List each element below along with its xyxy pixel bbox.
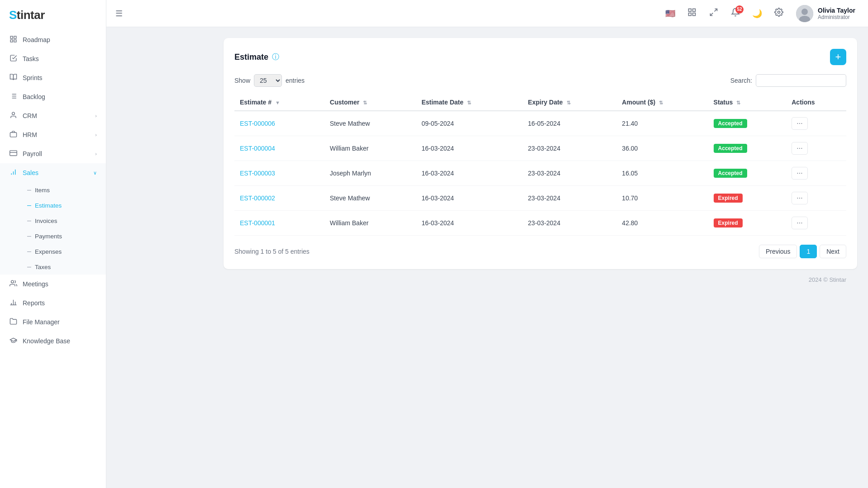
sort-expiry-date-icon[interactable]: ⇅ <box>567 100 571 105</box>
sidebar-item-label-meetings: Meetings <box>23 280 97 288</box>
cell-estimate-num-4: EST-000001 <box>234 211 324 236</box>
payments-dash-icon: – <box>27 232 31 240</box>
sort-estimate-date-icon[interactable]: ⇅ <box>467 100 471 105</box>
notifications-button[interactable]: 52 <box>727 5 744 22</box>
sort-estimate-num-icon[interactable]: ▼ <box>275 100 280 105</box>
knowledge-base-icon <box>9 336 17 346</box>
status-badge-0: Accepted <box>714 119 747 128</box>
crm-icon <box>9 111 17 120</box>
sidebar-item-label-crm: CRM <box>23 112 90 119</box>
sidebar-item-payments[interactable]: – Payments <box>22 228 106 244</box>
action-button-4[interactable]: ··· <box>792 217 807 229</box>
estimates-dash-icon: – <box>27 201 31 209</box>
payroll-icon <box>9 149 17 158</box>
reports-icon <box>9 298 17 308</box>
add-estimate-button[interactable]: + <box>830 49 846 65</box>
cell-status-0: Accepted <box>708 111 787 136</box>
crop-icon <box>709 8 718 19</box>
user-name: Olivia Taylor <box>818 7 855 14</box>
estimate-link-3[interactable]: EST-000002 <box>240 194 275 202</box>
sidebar-item-expenses[interactable]: – Expenses <box>22 244 106 259</box>
flag-button[interactable]: 🇺🇸 <box>662 5 678 22</box>
svg-rect-11 <box>10 133 16 137</box>
meetings-icon <box>9 280 17 289</box>
sidebar-item-estimates[interactable]: – Estimates <box>22 198 106 213</box>
sales-icon <box>9 168 17 177</box>
sidebar-item-knowledge-base[interactable]: Knowledge Base <box>0 332 106 351</box>
sidebar-item-taxes[interactable]: – Taxes <box>22 259 106 275</box>
svg-rect-3 <box>14 40 16 42</box>
sidebar-item-hrm[interactable]: HRM › <box>0 125 106 144</box>
sidebar-item-roadmap[interactable]: Roadmap <box>0 30 106 49</box>
sidebar-item-file-manager[interactable]: File Manager <box>0 313 106 332</box>
user-profile-button[interactable]: Olivia Taylor Administrator <box>792 3 859 24</box>
topbar: ☰ 🇺🇸 52 🌙 Olivia Taylor Administrator <box>106 0 868 27</box>
sidebar-item-tasks[interactable]: Tasks <box>0 49 106 68</box>
showing-text: Showing 1 to 5 of 5 entries <box>234 248 310 255</box>
sidebar-item-label-backlog: Backlog <box>23 93 97 100</box>
table-row: EST-000002 Steve Mathew 16-03-2024 23-03… <box>234 186 846 211</box>
sort-amount-icon[interactable]: ⇅ <box>659 100 663 105</box>
cell-actions-4: ··· <box>786 211 846 236</box>
cell-expiry-date-0: 16-05-2024 <box>523 111 617 136</box>
menu-toggle-button[interactable]: ☰ <box>115 9 123 19</box>
page-1-button[interactable]: 1 <box>800 245 817 258</box>
entries-select[interactable]: 10 25 50 100 <box>254 74 282 87</box>
cell-estimate-num-1: EST-000004 <box>234 136 324 161</box>
table-row: EST-000004 William Baker 16-03-2024 23-0… <box>234 136 846 161</box>
cell-amount-4: 42.80 <box>616 211 708 236</box>
sidebar-item-label-estimates: Estimates <box>35 202 62 209</box>
cell-customer-0: Steve Mathew <box>324 111 416 136</box>
estimate-link-0[interactable]: EST-000006 <box>240 120 275 127</box>
sidebar-item-meetings[interactable]: Meetings <box>0 275 106 294</box>
svg-point-10 <box>12 112 14 115</box>
sort-status-icon[interactable]: ⇅ <box>736 100 740 105</box>
sidebar-item-label-payroll: Payroll <box>23 150 90 157</box>
cell-expiry-date-3: 23-03-2024 <box>523 186 617 211</box>
page-title: Estimate <box>234 52 268 62</box>
estimate-link-4[interactable]: EST-000001 <box>240 219 275 227</box>
sidebar-item-sprints[interactable]: Sprints <box>0 68 106 87</box>
next-button[interactable]: Next <box>820 245 846 258</box>
status-badge-2: Accepted <box>714 169 747 178</box>
sidebar-item-crm[interactable]: CRM › <box>0 106 106 125</box>
search-input[interactable] <box>756 74 846 87</box>
action-button-1[interactable]: ··· <box>792 142 807 155</box>
previous-button[interactable]: Previous <box>759 245 797 258</box>
col-estimate-date: Estimate Date ⇅ <box>416 94 522 111</box>
action-button-2[interactable]: ··· <box>792 167 807 180</box>
crop-button[interactable] <box>706 5 722 22</box>
backlog-icon <box>9 92 17 101</box>
estimate-link-1[interactable]: EST-000004 <box>240 145 275 152</box>
sales-chevron-icon: ∨ <box>93 170 97 176</box>
action-button-0[interactable]: ··· <box>792 117 807 130</box>
theme-toggle-button[interactable]: 🌙 <box>749 5 765 22</box>
cell-status-2: Accepted <box>708 161 787 186</box>
crm-chevron-icon: › <box>95 113 97 118</box>
sidebar-item-backlog[interactable]: Backlog <box>0 87 106 106</box>
sidebar-item-reports[interactable]: Reports <box>0 294 106 313</box>
invoices-dash-icon: – <box>27 217 31 225</box>
sidebar-item-label-sales: Sales <box>23 169 88 176</box>
info-icon[interactable]: ⓘ <box>272 52 279 62</box>
svg-rect-0 <box>10 36 13 38</box>
cell-estimate-num-2: EST-000003 <box>234 161 324 186</box>
sidebar-nav: Roadmap Tasks Sprints Backlog <box>0 30 106 488</box>
sidebar-item-sales[interactable]: Sales ∨ <box>0 163 106 182</box>
settings-button[interactable] <box>771 5 787 22</box>
sort-customer-icon[interactable]: ⇅ <box>363 100 367 105</box>
cell-estimate-date-0: 09-05-2024 <box>416 111 522 136</box>
cell-amount-0: 21.40 <box>616 111 708 136</box>
sidebar-item-invoices[interactable]: – Invoices <box>22 213 106 228</box>
action-button-3[interactable]: ··· <box>792 192 807 204</box>
sidebar-item-payroll[interactable]: Payroll › <box>0 144 106 163</box>
table-row: EST-000006 Steve Mathew 09-05-2024 16-05… <box>234 111 846 136</box>
main-content: Estimate ⓘ + Show 10 25 50 100 entries S… <box>213 27 868 488</box>
svg-point-25 <box>778 11 780 14</box>
sidebar-item-items[interactable]: – Items <box>22 182 106 198</box>
svg-point-14 <box>11 280 14 283</box>
estimate-link-2[interactable]: EST-000003 <box>240 170 275 177</box>
hrm-icon <box>9 130 17 139</box>
file-manager-icon <box>9 317 17 327</box>
apps-button[interactable] <box>684 5 700 22</box>
